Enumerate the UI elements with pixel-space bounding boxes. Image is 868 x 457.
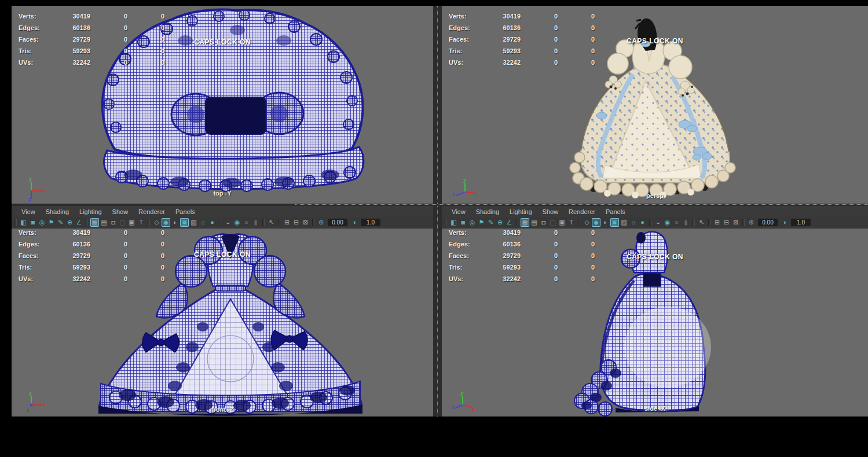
svg-text:y: y bbox=[460, 390, 463, 396]
camera-icon[interactable]: ◧ bbox=[19, 218, 28, 227]
camera-lock-icon[interactable]: ◙ bbox=[459, 218, 467, 227]
use-all-lights-icon[interactable]: ☼ bbox=[629, 218, 638, 227]
measure-icon[interactable]: ∠ bbox=[505, 218, 514, 227]
exposure-field[interactable]: 0.00 bbox=[328, 219, 347, 226]
plane-circle-icon[interactable]: ○ bbox=[672, 218, 681, 227]
smooth-shade-cube-icon[interactable]: ◆ bbox=[592, 218, 600, 227]
menu-item[interactable]: Panels bbox=[600, 207, 631, 216]
snapshot-icon[interactable]: ⊞ bbox=[713, 218, 721, 227]
menu-item[interactable]: Renderer bbox=[563, 207, 600, 216]
menu-item[interactable]: Panels bbox=[170, 207, 200, 216]
menu-item[interactable]: View bbox=[446, 207, 471, 216]
svg-text:z: z bbox=[28, 196, 31, 201]
image-plane-toggle-icon[interactable]: ⊠ bbox=[731, 218, 740, 227]
gamma-icon[interactable]: ◑ bbox=[780, 218, 789, 227]
wireframe-cube-icon[interactable]: ◇ bbox=[152, 218, 161, 227]
camera-attributes-icon[interactable]: ◎ bbox=[468, 218, 477, 227]
menu-item[interactable]: View bbox=[16, 207, 41, 216]
heads-up-display-icon[interactable]: T bbox=[137, 218, 145, 227]
viewport-front[interactable]: Verts: 30419 0 0 Edges: 60136 0 0 Faces:… bbox=[12, 228, 433, 417]
greyed-toggle-icon[interactable]: ▮ bbox=[251, 218, 260, 227]
xray-checker-icon[interactable]: ▨ bbox=[189, 218, 198, 227]
resolution-gate-icon[interactable]: ◘ bbox=[109, 218, 118, 227]
motion-blur-icon[interactable]: ◉ bbox=[663, 218, 672, 227]
shadows-icon[interactable]: ● bbox=[638, 218, 647, 227]
use-all-lights-icon[interactable]: ☼ bbox=[199, 218, 207, 227]
smooth-shade-cube-icon[interactable]: ◆ bbox=[162, 218, 170, 227]
axis-gizmo: y x z bbox=[451, 177, 479, 201]
viewport-label: persp bbox=[442, 192, 868, 199]
image-plane-brush-icon[interactable]: ✎ bbox=[56, 218, 65, 227]
multi-copy-icon[interactable]: ⊟ bbox=[722, 218, 731, 227]
panel-front: ViewShadingLightingShowRendererPanels ◧◙… bbox=[12, 206, 433, 417]
greyed-toggle-icon[interactable]: ▮ bbox=[682, 218, 690, 227]
grid-icon[interactable]: ▦ bbox=[90, 218, 99, 227]
viewport-top[interactable]: Verts: 30419 0 0 Edges: 60136 0 0 Faces:… bbox=[12, 6, 433, 204]
wireframe-on-shaded-icon[interactable]: ▣ bbox=[610, 218, 619, 227]
gamma-field[interactable]: 1.0 bbox=[791, 219, 811, 226]
snapshot-icon[interactable]: ⊞ bbox=[283, 218, 291, 227]
menu-item[interactable]: Lighting bbox=[504, 207, 537, 216]
shadows-icon[interactable]: ● bbox=[208, 218, 217, 227]
motion-blur-icon[interactable]: ◉ bbox=[233, 218, 241, 227]
occlusion-icon[interactable]: ◒ bbox=[224, 218, 232, 227]
image-plane-brush-icon[interactable]: ✎ bbox=[486, 218, 495, 227]
gamma-icon[interactable]: ◑ bbox=[350, 218, 358, 227]
menu-item[interactable]: Show bbox=[537, 207, 564, 216]
hud-row: Edges: 60136 0 0 bbox=[449, 241, 605, 252]
bookmark-icon[interactable]: ⚑ bbox=[47, 218, 56, 227]
viewport-side[interactable]: Verts: 30419 0 0 Edges: 60136 0 0 Faces:… bbox=[442, 228, 868, 417]
svg-text:z: z bbox=[27, 407, 30, 413]
hud-row: Tris: 59293 0 0 bbox=[19, 264, 175, 275]
resolution-gate-icon[interactable]: ◘ bbox=[539, 218, 548, 227]
bookmark-icon[interactable]: ⚑ bbox=[477, 218, 486, 227]
image-plane-toggle-icon[interactable]: ⊠ bbox=[301, 218, 310, 227]
maya-viewport-grid: Verts: 30419 0 0 Edges: 60136 0 0 Faces:… bbox=[0, 0, 868, 457]
viewport-toolbar: ◧◙◎⚑✎⊕∠▦▤◘▢▣T◇◆◐▣▨☼●◒◉○▮↖⊞⊟⊠⊛0.00◑1.0 bbox=[442, 217, 868, 228]
hud-row: Verts: 30419 0 0 bbox=[449, 229, 605, 241]
measure-icon[interactable]: ∠ bbox=[75, 218, 83, 227]
viewport-label: side -X bbox=[442, 405, 868, 412]
panel-divider-vertical-bottom[interactable] bbox=[433, 206, 442, 417]
exposure-icon[interactable]: ⊛ bbox=[747, 218, 756, 227]
gate-mask-icon[interactable]: ▢ bbox=[118, 218, 127, 227]
heads-up-display-icon[interactable]: T bbox=[567, 218, 576, 227]
panel-divider-horizontal[interactable] bbox=[12, 204, 868, 206]
gamma-field[interactable]: 1.0 bbox=[361, 219, 380, 226]
menu-item[interactable]: Renderer bbox=[133, 207, 170, 216]
menu-item[interactable]: Shading bbox=[41, 207, 74, 216]
pan-zoom-icon[interactable]: ⊕ bbox=[65, 218, 74, 227]
menu-item[interactable]: Lighting bbox=[74, 207, 107, 216]
gate-mask-icon[interactable]: ▢ bbox=[548, 218, 557, 227]
menu-item[interactable]: Show bbox=[107, 207, 134, 216]
field-chart-icon[interactable]: ▣ bbox=[558, 218, 566, 227]
menu-item[interactable]: Shading bbox=[471, 207, 504, 216]
textured-sphere-icon[interactable]: ◐ bbox=[601, 218, 610, 227]
isolate-select-icon[interactable]: ↖ bbox=[267, 218, 276, 227]
film-gate-icon[interactable]: ▤ bbox=[530, 218, 539, 227]
pan-zoom-icon[interactable]: ⊕ bbox=[496, 218, 504, 227]
isolate-select-icon[interactable]: ↖ bbox=[697, 218, 706, 227]
film-gate-icon[interactable]: ▤ bbox=[100, 218, 108, 227]
viewport-persp[interactable]: Verts: 30419 0 0 Edges: 60136 0 0 Faces:… bbox=[442, 6, 868, 204]
wireframe-on-shaded-icon[interactable]: ▣ bbox=[180, 218, 189, 227]
exposure-field[interactable]: 0.00 bbox=[758, 219, 778, 226]
textured-sphere-icon[interactable]: ◐ bbox=[171, 218, 180, 227]
grid-icon[interactable]: ▦ bbox=[521, 218, 529, 227]
xray-checker-icon[interactable]: ▨ bbox=[620, 218, 628, 227]
camera-attributes-icon[interactable]: ◎ bbox=[38, 218, 46, 227]
hud-row: Tris: 59293 0 0 bbox=[449, 264, 605, 275]
camera-lock-icon[interactable]: ◙ bbox=[28, 218, 37, 227]
panel-divider-vertical-top[interactable] bbox=[433, 6, 442, 204]
hud-row: UVs: 32242 0 0 bbox=[449, 275, 605, 287]
plane-circle-icon[interactable]: ○ bbox=[242, 218, 251, 227]
occlusion-icon[interactable]: ◒ bbox=[654, 218, 662, 227]
field-chart-icon[interactable]: ▣ bbox=[127, 218, 136, 227]
caps-lock-warning: CAPS LOCK ON bbox=[12, 38, 433, 46]
multi-copy-icon[interactable]: ⊟ bbox=[292, 218, 301, 227]
camera-icon[interactable]: ◧ bbox=[449, 218, 458, 227]
viewport-label: top -Y bbox=[12, 190, 433, 197]
axis-gizmo: y x z bbox=[21, 175, 46, 201]
wireframe-cube-icon[interactable]: ◇ bbox=[583, 218, 591, 227]
exposure-icon[interactable]: ⊛ bbox=[317, 218, 325, 227]
